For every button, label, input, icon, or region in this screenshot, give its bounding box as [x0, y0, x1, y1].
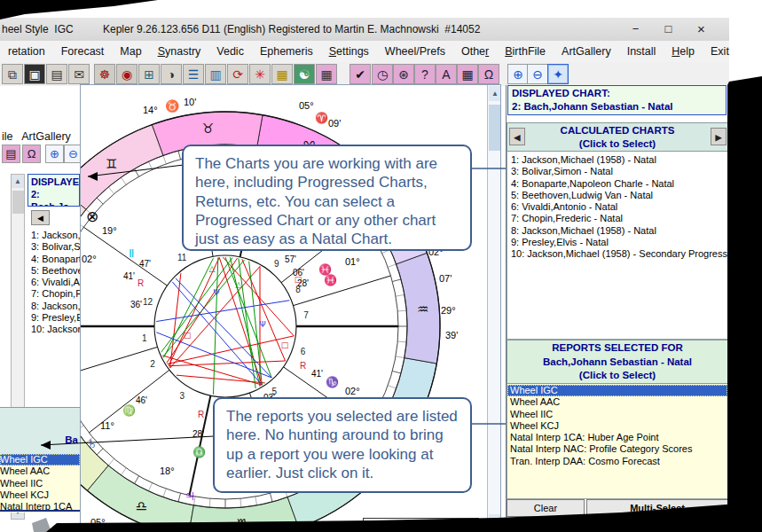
- report-list-item[interactable]: Wheel IIC: [507, 409, 727, 420]
- scroll-right-button[interactable]: ▶: [711, 128, 727, 145]
- background-chart-list-item[interactable]: 6: Vivaldi,Antonio: [31, 277, 80, 288]
- background-report-list-item[interactable]: Wheel KCJ: [0, 489, 80, 501]
- chart-list-item[interactable]: 6: Vivaldi,Antonio - Natal: [511, 201, 727, 213]
- report-list-item[interactable]: Wheel IGC: [507, 385, 727, 396]
- menu-item-artgallery[interactable]: ArtGallery: [554, 43, 619, 60]
- background-chart-list-item[interactable]: 9: Presley,Elvis: [31, 312, 80, 324]
- chart-list-item[interactable]: 3: Bolivar,Simon - Natal: [511, 166, 727, 177]
- menu-item-forecast[interactable]: Forecast: [53, 43, 113, 60]
- toolbar: ⧉▣▤✉☸◉⊞◑☰▥⟳✳▦☯▦✔◷⊛?A▦Ω⊕⊖✦: [0, 62, 729, 87]
- zoom-in-button[interactable]: ⊕: [507, 64, 529, 84]
- time-wheel-button[interactable]: ⊛: [393, 64, 414, 84]
- maximize-button[interactable]: □: [652, 18, 685, 41]
- interp-help-button[interactable]: ?: [414, 64, 436, 84]
- money-cards-button[interactable]: ⊞: [138, 64, 160, 84]
- email-button[interactable]: ✉: [68, 64, 90, 84]
- scroll-up-icon[interactable]: ▲: [12, 175, 24, 188]
- report-list-item[interactable]: Tran. Interp DAA: Cosmo Forecast: [507, 456, 727, 467]
- background-report-list-item[interactable]: Wheel AAC: [0, 466, 80, 477]
- chart-list-item[interactable]: 7: Chopin,Frederic - Natal: [511, 213, 727, 224]
- grid-gold-button[interactable]: ▦: [271, 64, 293, 84]
- search-leo-button[interactable]: Ω: [22, 145, 41, 163]
- zoom-in-button[interactable]: ⊕: [45, 145, 64, 163]
- background-chart-list-item[interactable]: 5: Beethoven,Ludwig: [31, 265, 80, 277]
- listing-button[interactable]: ☰: [183, 64, 204, 84]
- background-chart-list-item[interactable]: 1: Jackson,Michael (1958): [31, 230, 80, 241]
- menu-item-other[interactable]: Other: [453, 43, 497, 60]
- scrollbar-thumb[interactable]: [489, 105, 501, 151]
- save-button[interactable]: ▣: [24, 64, 45, 84]
- wheel-glyph-label: R: [198, 410, 204, 419]
- background-chart-list-item[interactable]: 7: Chopin,Frederic: [31, 288, 80, 300]
- background-chart-list-item[interactable]: 8: Jackson,Michael (1958): [31, 301, 80, 312]
- documents-button[interactable]: ▥: [205, 64, 226, 84]
- rotate-button[interactable]: ⟳: [227, 64, 248, 84]
- menu-item-birthfile[interactable]: BirthFile: [497, 43, 554, 60]
- close-button[interactable]: ×: [685, 18, 718, 41]
- chart-list-item[interactable]: 9: Presley,Elvis - Natal: [511, 237, 727, 248]
- callout-reports: The reports you selected are listed here…: [213, 397, 472, 493]
- background-report-list-item[interactable]: Wheel IIC: [0, 478, 80, 489]
- clear-button[interactable]: Clear: [507, 499, 585, 517]
- menu-item-help[interactable]: Help: [664, 43, 703, 60]
- reports-list: Wheel IGCWheel AACWheel IICWheel KCJNata…: [507, 384, 728, 499]
- restore-button[interactable]: ⧉: [2, 64, 23, 84]
- report-list-item[interactable]: Wheel KCJ: [507, 420, 727, 432]
- background-chart-list-item[interactable]: 3: Bolivar,Simon: [31, 241, 80, 253]
- menu-item-retation[interactable]: retation: [0, 43, 53, 60]
- minimize-button[interactable]: −: [619, 18, 652, 41]
- svg-text:□: □: [184, 331, 192, 340]
- displayed-chart-label: DISPLAYED CHART:: [512, 87, 726, 100]
- menu-item-exit[interactable]: Exit: [703, 43, 737, 60]
- menu-item-ephemeris[interactable]: Ephemeris: [252, 43, 321, 60]
- report-list-item[interactable]: Wheel AAC: [507, 396, 727, 408]
- wheel-glyph-label: 46': [136, 395, 147, 405]
- scroll-up-icon[interactable]: ▲: [489, 86, 501, 101]
- background-chart-list-item[interactable]: 4: Bonaparte,Napoleon: [31, 254, 80, 265]
- check-button[interactable]: ✔: [350, 64, 371, 84]
- displayed-chart-value: 2: Bach,Johann Sebastian - Natal: [512, 100, 726, 113]
- calendar-button[interactable]: ▦: [316, 64, 337, 84]
- menu-item-synastry[interactable]: Synastry: [150, 43, 209, 60]
- wheel-vertical-scrollbar[interactable]: ▲ ▼: [487, 85, 501, 531]
- background-menu-fragment[interactable]: ile ArtGallery: [2, 130, 71, 143]
- print-button[interactable]: ▤: [2, 145, 20, 163]
- target-wheel-button[interactable]: ◉: [116, 64, 137, 84]
- background-chart-list-item[interactable]: 10: Jackson,Michael: [31, 324, 80, 334]
- multi-select-button[interactable]: Multi-Select: [586, 499, 728, 517]
- scrollbar-thumb[interactable]: [12, 191, 24, 214]
- zoom-out-button[interactable]: ⊖: [527, 64, 548, 84]
- menu-item-settings[interactable]: Settings: [321, 43, 377, 60]
- search-leo-button[interactable]: Ω: [478, 64, 499, 84]
- background-report-list-item[interactable]: Wheel IGC: [0, 454, 80, 466]
- wheel-chart-button[interactable]: ☸: [94, 64, 115, 84]
- report-list-item[interactable]: Natal Interp NAC: Profile Category Score…: [507, 443, 727, 455]
- report-list-item[interactable]: Natal Interp 1CA: Huber Age Point: [507, 432, 727, 443]
- star-chart-button[interactable]: ✦: [547, 64, 569, 84]
- scroll-down-icon[interactable]: ▼: [489, 514, 501, 529]
- chart-list-item[interactable]: 5: Beethoven,Ludwig Van - Natal: [511, 190, 727, 201]
- text-doc-button[interactable]: A: [436, 64, 457, 84]
- chart-list-item[interactable]: 10: Jackson,Michael (1958) - Secondary P…: [511, 248, 727, 260]
- aspects-star-button[interactable]: ✳: [249, 64, 271, 84]
- wheel-glyph-label: 09': [328, 118, 341, 129]
- eclipse-button[interactable]: ◑: [161, 64, 182, 84]
- scroll-left-button[interactable]: ◀: [509, 128, 525, 145]
- print-button[interactable]: ▤: [46, 64, 67, 84]
- background-charts-list: 1: Jackson,Michael (1958)3: Bolivar,Simo…: [31, 230, 80, 334]
- vedic-om-button[interactable]: ☯: [294, 64, 315, 84]
- chart-list-item[interactable]: 4: Bonaparte,Napoleon Charle - Natal: [511, 178, 727, 190]
- callout-text: The reports you selected are listed here…: [226, 408, 458, 481]
- grid-pink-button[interactable]: ▦: [457, 64, 478, 84]
- chart-list-item[interactable]: 1: Jackson,Michael (1958) - Natal: [511, 154, 727, 166]
- menu-item-wheelprefs[interactable]: Wheel/Prefs: [377, 43, 453, 60]
- menu-item-install[interactable]: Install: [619, 43, 664, 60]
- menu-item-map[interactable]: Map: [112, 43, 149, 60]
- wheel-glyph-label: 10': [184, 97, 196, 107]
- svg-text:♎: ♎: [136, 498, 147, 514]
- menu-item-vedic[interactable]: Vedic: [208, 43, 252, 60]
- background-scroll-left-button[interactable]: ◀: [31, 210, 50, 225]
- clock-button[interactable]: ◷: [372, 64, 393, 84]
- title-bar[interactable]: heel Style IGC Kepler 9.26.123.656 D11 (…: [0, 18, 729, 42]
- chart-list-item[interactable]: 8: Jackson,Michael (1958) - Natal: [511, 225, 727, 237]
